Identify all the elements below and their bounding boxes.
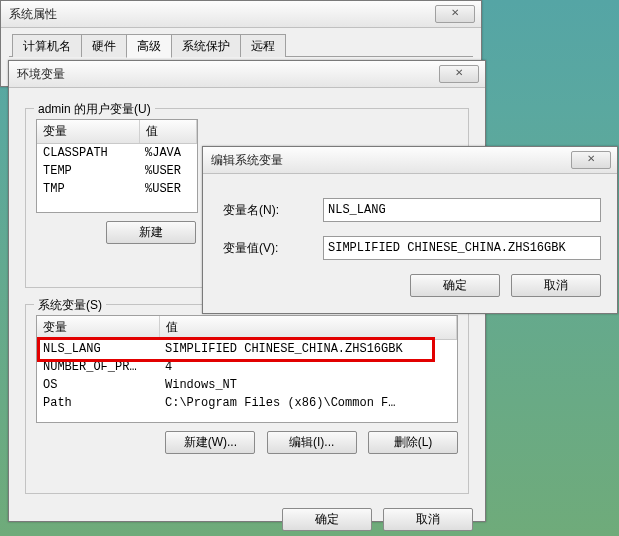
cell-val: %USER [139, 180, 197, 198]
tab-remote[interactable]: 远程 [240, 34, 286, 57]
user-variables-legend: admin 的用户变量(U) [34, 101, 155, 118]
delete-sys-var-button[interactable]: 删除(L) [368, 431, 458, 454]
cell-var: NLS_LANG [37, 340, 159, 358]
col-variable[interactable]: 变量 [37, 316, 160, 339]
edit-sys-var-button[interactable]: 编辑(I)... [267, 431, 357, 454]
list-row[interactable]: NUMBER_OF_PR… 4 [37, 358, 457, 376]
cell-val: 4 [159, 358, 457, 376]
tab-hardware[interactable]: 硬件 [81, 34, 127, 57]
close-icon[interactable]: ✕ [435, 5, 475, 23]
list-row[interactable]: CLASSPATH %JAVA [37, 144, 197, 162]
cell-var: TEMP [37, 162, 139, 180]
variable-name-row: 变量名(N): NLS_LANG [219, 198, 601, 222]
list-row[interactable]: NLS_LANG SIMPLIFIED CHINESE_CHINA.ZHS16G… [37, 340, 457, 358]
list-row[interactable]: TEMP %USER [37, 162, 197, 180]
cancel-button[interactable]: 取消 [383, 508, 473, 531]
cell-val: C:\Program Files (x86)\Common F… [159, 394, 457, 412]
edit-system-variable-dialog: 编辑系统变量 ✕ 变量名(N): NLS_LANG 变量值(V): SIMPLI… [202, 146, 618, 314]
new-sys-var-button[interactable]: 新建(W)... [165, 431, 255, 454]
list-header: 变量 值 [37, 120, 197, 144]
cell-val: Windows_NT [159, 376, 457, 394]
tab-system-protection[interactable]: 系统保护 [171, 34, 241, 57]
system-properties-tabs: 计算机名 硬件 高级 系统保护 远程 [9, 34, 473, 57]
ok-button[interactable]: 确定 [410, 274, 500, 297]
col-value[interactable]: 值 [140, 120, 197, 143]
edit-dialog-titlebar: 编辑系统变量 ✕ [203, 147, 617, 174]
cell-val: SIMPLIFIED CHINESE_CHINA.ZHS16GBK [159, 340, 457, 358]
system-variables-list[interactable]: 变量 值 NLS_LANG SIMPLIFIED CHINESE_CHINA.Z… [36, 315, 458, 423]
cell-var: NUMBER_OF_PR… [37, 358, 159, 376]
list-row[interactable]: OS Windows_NT [37, 376, 457, 394]
system-variables-buttons: 新建(W)... 编辑(I)... 删除(L) [36, 431, 458, 454]
cell-var: CLASSPATH [37, 144, 139, 162]
variable-value-row: 变量值(V): SIMPLIFIED CHINESE_CHINA.ZHS16GB… [219, 236, 601, 260]
cell-var: OS [37, 376, 159, 394]
close-icon[interactable]: ✕ [439, 65, 479, 83]
envvars-dialog-buttons: 确定 取消 [21, 508, 473, 531]
variable-value-label: 变量值(V): [219, 240, 323, 257]
system-variables-legend: 系统变量(S) [34, 297, 106, 314]
user-variables-buttons: 新建 [36, 221, 196, 244]
tab-advanced[interactable]: 高级 [126, 34, 172, 58]
tab-computer-name[interactable]: 计算机名 [12, 34, 82, 57]
new-user-var-button[interactable]: 新建 [106, 221, 196, 244]
cell-val: %USER [139, 162, 197, 180]
cell-var: TMP [37, 180, 139, 198]
variable-name-input[interactable]: NLS_LANG [323, 198, 601, 222]
system-variables-group: 系统变量(S) 变量 值 NLS_LANG SIMPLIFIED CHINESE… [25, 304, 469, 494]
cell-val: %JAVA [139, 144, 197, 162]
system-properties-title: 系统属性 [9, 7, 57, 21]
edit-dialog-title: 编辑系统变量 [211, 153, 283, 167]
environment-variables-titlebar: 环境变量 ✕ [9, 61, 485, 88]
desktop-background: 系统属性 ✕ 计算机名 硬件 高级 系统保护 远程 环境变量 ✕ admin 的… [0, 0, 619, 536]
list-row[interactable]: Path C:\Program Files (x86)\Common F… [37, 394, 457, 412]
list-row[interactable]: TMP %USER [37, 180, 197, 198]
cancel-button[interactable]: 取消 [511, 274, 601, 297]
col-value[interactable]: 值 [160, 316, 457, 339]
edit-dialog-body: 变量名(N): NLS_LANG 变量值(V): SIMPLIFIED CHIN… [203, 174, 617, 309]
system-properties-titlebar: 系统属性 ✕ [1, 1, 481, 28]
list-header: 变量 值 [37, 316, 457, 340]
variable-value-input[interactable]: SIMPLIFIED CHINESE_CHINA.ZHS16GBK [323, 236, 601, 260]
col-variable[interactable]: 变量 [37, 120, 140, 143]
edit-dialog-buttons: 确定 取消 [219, 274, 601, 297]
close-icon[interactable]: ✕ [571, 151, 611, 169]
variable-name-label: 变量名(N): [219, 202, 323, 219]
environment-variables-title: 环境变量 [17, 67, 65, 81]
cell-var: Path [37, 394, 159, 412]
ok-button[interactable]: 确定 [282, 508, 372, 531]
user-variables-list[interactable]: 变量 值 CLASSPATH %JAVA TEMP %USER TMP %USE… [36, 119, 198, 213]
